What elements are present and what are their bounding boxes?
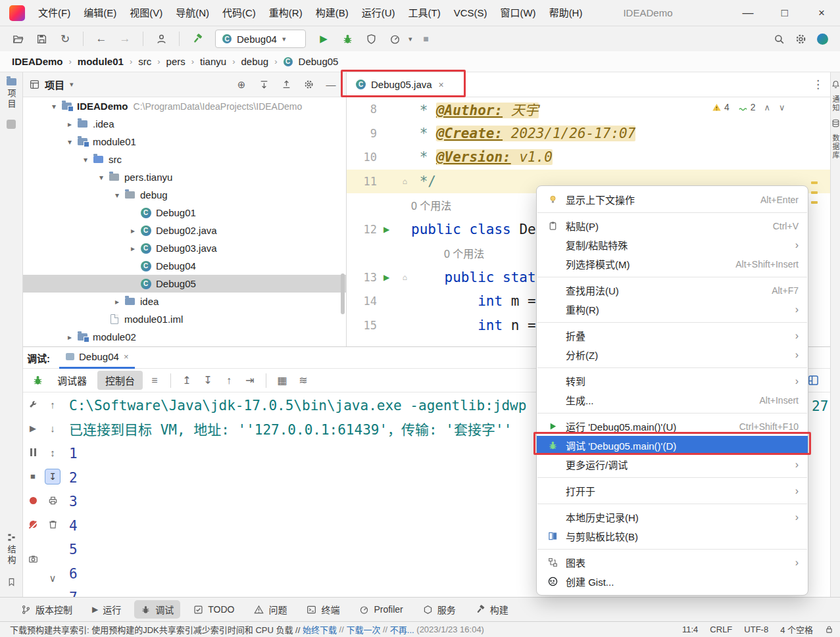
breadcrumb-item[interactable]: tianyu <box>200 56 226 67</box>
build-hammer-icon[interactable] <box>187 30 207 48</box>
warnings-indicator[interactable]: 4 <box>712 102 729 112</box>
tree-item-pers-tianyu[interactable]: ▾ pers.tianyu <box>23 168 346 186</box>
scroll-to-end-icon[interactable]: ↧ <box>43 465 62 489</box>
indent-style[interactable]: 4 个空格 <box>780 623 813 636</box>
menu-window[interactable]: 窗口(W) <box>493 0 542 26</box>
tab-console[interactable]: 控制台 <box>97 371 143 390</box>
back-icon[interactable]: ← <box>91 30 111 48</box>
chevron-collapsed-icon[interactable]: ▸ <box>62 120 77 129</box>
tool-profiler[interactable]: Profiler <box>353 602 409 617</box>
database-icon[interactable] <box>831 119 840 128</box>
download-once-link[interactable]: 下载一次 <box>346 623 380 636</box>
menu-edit[interactable]: 编辑(E) <box>77 0 123 26</box>
tab-debugger[interactable]: 调试器 <box>49 371 95 390</box>
mute-breakpoints-icon[interactable] <box>23 513 43 537</box>
close-icon[interactable]: × <box>803 0 840 26</box>
tree-item-module01-iml[interactable]: module01.iml <box>23 310 346 328</box>
coverage-icon[interactable] <box>361 30 381 48</box>
tool-version-control[interactable]: 版本控制 <box>14 600 79 619</box>
fold-marker-icon[interactable]: ⌂ <box>403 273 407 281</box>
chevron-collapsed-icon[interactable]: ▸ <box>126 244 140 253</box>
menu-item-generate[interactable]: 生成... Alt+Insert <box>537 390 808 410</box>
breadcrumb-item[interactable]: Debug05 <box>299 56 339 67</box>
tree-item-debug05[interactable]: Debug05 <box>23 275 346 293</box>
dont-ask-link[interactable]: 不再... <box>390 623 414 636</box>
chevron-expanded-icon[interactable]: ▾ <box>110 191 124 200</box>
grid-icon[interactable]: ▦ <box>273 372 291 389</box>
collapse-all-icon[interactable] <box>278 77 295 93</box>
panel-settings-gear-icon[interactable] <box>300 77 317 93</box>
menu-build[interactable]: 构建(B) <box>309 0 355 26</box>
debug-button[interactable] <box>337 30 357 48</box>
notifications-bell-icon[interactable] <box>831 80 840 89</box>
notifications-tool-label[interactable]: 通知 <box>830 95 840 112</box>
project-scrollbar[interactable] <box>341 273 345 314</box>
more-options-icon[interactable]: ⋮ <box>812 78 830 91</box>
tree-item-debug01[interactable]: Debug01 <box>23 204 346 222</box>
tool-services[interactable]: 服务 <box>416 600 462 619</box>
tree-item-dot-idea[interactable]: ▸ .idea <box>23 115 346 133</box>
layout-settings-icon[interactable] <box>806 372 825 389</box>
menu-file[interactable]: 文件(F) <box>32 0 77 26</box>
idea-logo-icon[interactable] <box>9 5 25 21</box>
chevron-expanded-icon[interactable]: ▾ <box>47 102 61 111</box>
breadcrumb-item[interactable]: debug <box>241 56 268 67</box>
menu-item-debug-debug05-main[interactable]: 调试 'Debug05.main()'(D) <box>537 436 808 455</box>
open-folder-icon[interactable] <box>8 30 28 48</box>
chevron-down-icon[interactable]: ▾ <box>408 35 412 43</box>
scrollbar-warning-mark[interactable] <box>811 191 818 194</box>
soft-wrap-icon[interactable]: ≋ <box>294 372 312 389</box>
scrollbar-warning-mark[interactable] <box>811 181 818 184</box>
scroll-down-icon[interactable]: ↧ <box>199 372 217 389</box>
tree-item-idea-folder[interactable]: ▸ idea <box>23 293 346 310</box>
file-encoding[interactable]: UTF-8 <box>744 625 768 634</box>
hamburger-menu-icon[interactable]: ≡ <box>145 372 164 389</box>
close-tab-icon[interactable]: × <box>124 352 129 362</box>
menu-help[interactable]: 帮助(H) <box>543 0 589 26</box>
menu-item-run-debug05-main[interactable]: 运行 'Debug05.main()'(U) Ctrl+Shift+F10 <box>537 417 808 436</box>
menu-navigate[interactable]: 导航(N) <box>169 0 216 26</box>
resume-program-icon[interactable]: ▶ <box>23 417 43 441</box>
clear-trash-icon[interactable] <box>43 513 62 537</box>
minimize-icon[interactable]: — <box>729 0 766 26</box>
down-arrow-icon[interactable]: ↓ <box>43 417 62 441</box>
move-to-end-icon[interactable]: ⇥ <box>241 372 259 389</box>
thread-dump-camera-icon[interactable] <box>23 547 43 571</box>
breadcrumb-item[interactable]: IDEADemo <box>12 56 63 67</box>
chevron-collapsed-icon[interactable]: ▸ <box>126 226 140 235</box>
tool-todo[interactable]: TODO <box>187 602 241 617</box>
tree-item-debug03[interactable]: ▸ Debug03.java <box>23 239 346 257</box>
chevron-expanded-icon[interactable]: ▾ <box>62 137 77 147</box>
lock-icon[interactable] <box>825 625 833 634</box>
menu-item-column-selection-mode[interactable]: 列选择模式(M) Alt+Shift+Insert <box>537 254 808 273</box>
up-arrow-icon[interactable]: ↑ <box>43 392 62 417</box>
tree-item-src[interactable]: ▾ src <box>23 151 346 168</box>
run-configuration-select[interactable]: Debug04 ▾ <box>215 30 306 48</box>
wrench-icon[interactable] <box>23 392 43 417</box>
scrollbar-warning-mark[interactable] <box>811 201 818 204</box>
tool-build[interactable]: 构建 <box>469 600 515 619</box>
stop-icon[interactable]: ■ <box>416 30 436 48</box>
menu-code[interactable]: 代码(C) <box>216 0 262 26</box>
chevron-down-icon[interactable]: ▾ <box>70 80 74 89</box>
gradle-icon[interactable] <box>817 34 828 45</box>
menu-item-show-context-actions[interactable]: 显示上下文操作 Alt+Enter <box>537 190 808 209</box>
maximize-icon[interactable]: □ <box>766 0 803 26</box>
chevron-expanded-icon[interactable]: ▾ <box>78 155 93 164</box>
run-gutter-icon[interactable]: ▶ <box>383 225 389 233</box>
move-up-icon[interactable]: ↑ <box>220 372 238 389</box>
previous-issue-icon[interactable]: ∧ <box>764 103 771 112</box>
menu-item-open-in[interactable]: 打开于 › <box>537 481 808 500</box>
menu-item-folding[interactable]: 折叠 › <box>537 326 808 345</box>
menu-run[interactable]: 运行(U) <box>355 0 402 26</box>
caret-position[interactable]: 11:4 <box>682 625 698 634</box>
bookmarks-tool-button[interactable] <box>7 572 16 597</box>
tree-item-debug04[interactable]: Debug04 <box>23 257 346 275</box>
menu-tools[interactable]: 工具(T) <box>401 0 447 26</box>
tree-item-module01[interactable]: ▾ module01 <box>23 133 346 151</box>
stop-icon[interactable]: ■ <box>23 465 43 489</box>
locate-file-icon[interactable]: ⊕ <box>233 77 250 93</box>
menu-item-copy-paste-special[interactable]: 复制/粘贴特殊 › <box>537 235 808 254</box>
typos-indicator[interactable]: 2 <box>738 102 756 112</box>
expand-all-icon[interactable] <box>255 77 272 93</box>
